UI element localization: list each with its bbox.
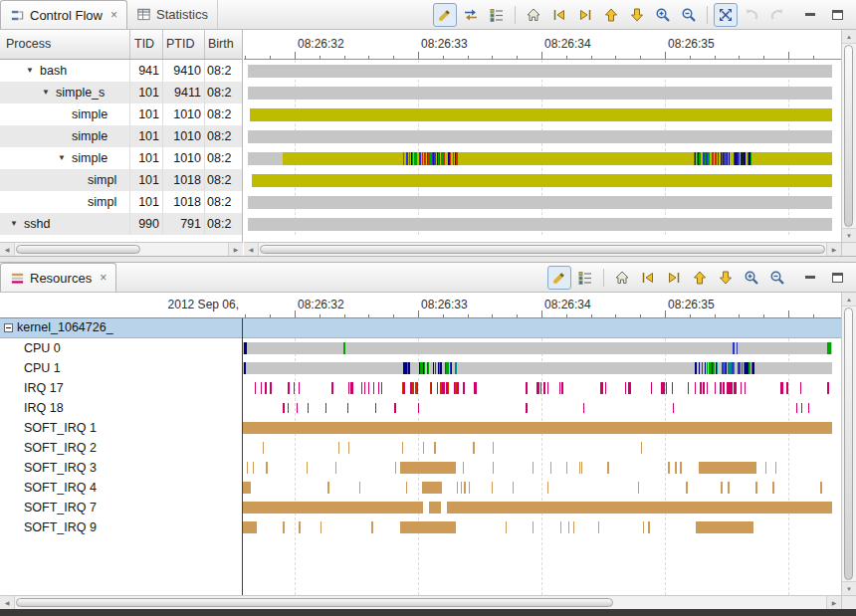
home-icon[interactable]	[522, 3, 545, 27]
process-timeline-row[interactable]	[244, 213, 841, 235]
vertical-scrollbar[interactable]: ▲ ▼	[841, 293, 856, 595]
time-axis[interactable]: 08:26:3208:26:3308:26:3408:26:35	[244, 30, 841, 60]
process-timeline-row[interactable]	[244, 125, 841, 147]
time-label: 08:26:32	[298, 37, 344, 51]
filter-icon[interactable]	[547, 266, 571, 290]
tree-expander-icon[interactable]: ▼	[10, 213, 18, 235]
chart-horizontal-scrollbar[interactable]: ◀ ▶	[244, 242, 841, 256]
column-header-birth[interactable]: Birth	[208, 37, 234, 51]
scroll-down-icon[interactable]: ▼	[842, 581, 856, 595]
collapse-expander-icon[interactable]	[4, 323, 13, 332]
zoom-in-icon[interactable]	[651, 3, 675, 27]
column-separator	[162, 125, 163, 147]
scroll-left-icon[interactable]: ◀	[0, 243, 15, 256]
process-name-cell: sshd	[24, 213, 127, 235]
process-timeline-row[interactable]	[244, 103, 841, 125]
event-tick	[409, 362, 410, 374]
process-row[interactable]: simple101101008:2	[0, 103, 243, 125]
process-timeline-row[interactable]	[244, 169, 841, 191]
process-row[interactable]: simple101101008:2	[0, 125, 243, 147]
tab-control-flow[interactable]: Control Flow ×	[0, 0, 127, 29]
scrollbar-thumb[interactable]	[844, 308, 853, 580]
next-state-icon[interactable]	[662, 266, 686, 290]
resource-row[interactable]: CPU 1	[0, 358, 841, 378]
maximize-view-button[interactable]	[828, 270, 846, 286]
process-timeline-row[interactable]	[244, 147, 841, 169]
event-tick	[749, 362, 750, 374]
resource-row[interactable]: IRQ 17	[0, 378, 841, 398]
zoom-in-icon[interactable]	[740, 266, 763, 290]
event-tick	[402, 442, 403, 454]
up-icon[interactable]	[599, 3, 623, 27]
scroll-left-icon[interactable]: ◀	[0, 596, 15, 609]
close-tab-icon[interactable]: ×	[100, 272, 107, 284]
process-ptid-cell: 1010	[165, 125, 201, 147]
tab-resources[interactable]: Resources ×	[0, 263, 116, 292]
home-icon[interactable]	[610, 266, 634, 290]
tree-expander-icon[interactable]: ▼	[58, 147, 66, 169]
scrollbar-thumb[interactable]	[16, 245, 140, 254]
table-horizontal-scrollbar[interactable]: ◀ ▶	[0, 242, 243, 256]
link-icon[interactable]	[714, 3, 738, 27]
event-tick	[308, 403, 309, 413]
time-axis[interactable]: 2012 Sep 06, 08:26:3208:26:3308:26:3408:…	[0, 293, 841, 318]
process-timeline-row[interactable]	[244, 191, 841, 213]
process-row[interactable]: ▼simple101101008:2	[0, 147, 243, 169]
exchange-icon[interactable]	[459, 3, 483, 27]
scroll-down-icon[interactable]: ▼	[842, 228, 856, 242]
trace-root-row[interactable]: kernel_1064726_	[0, 318, 841, 338]
maximize-view-button[interactable]	[828, 7, 846, 23]
resource-row[interactable]: IRQ 18	[0, 398, 841, 418]
process-row[interactable]: ▼bash941941008:2	[0, 60, 243, 82]
resource-row[interactable]: SOFT_IRQ 4	[0, 478, 841, 498]
filter-icon[interactable]	[433, 3, 457, 27]
event-tick	[562, 382, 563, 394]
column-header-process[interactable]: Process	[6, 37, 51, 51]
scroll-right-icon[interactable]: ▶	[228, 243, 243, 256]
scroll-right-icon[interactable]: ▶	[826, 243, 841, 256]
column-header-tid[interactable]: TID	[134, 37, 154, 51]
process-timeline-row[interactable]	[244, 82, 841, 103]
process-timeline-row[interactable]	[244, 60, 841, 82]
resource-row[interactable]: SOFT_IRQ 1	[0, 418, 841, 438]
resource-row[interactable]: CPU 0	[0, 338, 841, 358]
resource-row[interactable]: SOFT_IRQ 7	[0, 498, 841, 517]
next-state-icon[interactable]	[573, 3, 597, 27]
scrollbar-thumb[interactable]	[844, 45, 853, 227]
tree-expander-icon[interactable]: ▼	[26, 60, 34, 82]
prev-state-icon[interactable]	[636, 266, 660, 290]
legend-icon[interactable]	[573, 266, 597, 290]
column-separator	[204, 169, 205, 191]
state-bar	[243, 422, 832, 434]
scroll-up-icon[interactable]: ▲	[842, 30, 856, 44]
vertical-scrollbar[interactable]: ▲ ▼	[841, 30, 856, 242]
close-tab-icon[interactable]: ×	[110, 9, 117, 21]
minimize-view-button[interactable]	[801, 270, 819, 286]
tree-expander-icon[interactable]: ▼	[42, 82, 50, 103]
trace-viewer-window: Control Flow × Statistics Process TID	[0, 0, 856, 616]
process-row[interactable]: simpl101101808:2	[0, 169, 243, 191]
process-row[interactable]: simpl101101808:2	[0, 191, 243, 213]
process-row[interactable]: ▼sshd99079108:2	[0, 213, 243, 235]
zoom-out-icon[interactable]	[677, 3, 701, 27]
scroll-up-icon[interactable]: ▲	[842, 293, 856, 307]
axis-tick	[418, 310, 419, 317]
zoom-out-icon[interactable]	[765, 266, 789, 290]
tab-statistics[interactable]: Statistics	[127, 0, 218, 29]
resource-row[interactable]: SOFT_IRQ 2	[0, 438, 841, 458]
scroll-right-icon[interactable]: ▶	[826, 596, 841, 609]
column-header-ptid[interactable]: PTID	[166, 37, 194, 51]
up-icon[interactable]	[688, 266, 712, 290]
scrollbar-thumb[interactable]	[16, 598, 613, 607]
process-row[interactable]: ▼simple_s101941108:2	[0, 82, 243, 103]
down-icon[interactable]	[625, 3, 649, 27]
scroll-left-icon[interactable]: ◀	[244, 243, 259, 256]
scrollbar-thumb[interactable]	[260, 245, 825, 254]
resource-row[interactable]: SOFT_IRQ 9	[0, 517, 841, 537]
prev-state-icon[interactable]	[547, 3, 571, 27]
resource-row[interactable]: SOFT_IRQ 3	[0, 458, 841, 478]
down-icon[interactable]	[714, 266, 738, 290]
resources-horizontal-scrollbar[interactable]: ◀ ▶	[0, 595, 841, 609]
legend-icon[interactable]	[485, 3, 509, 27]
minimize-view-button[interactable]	[801, 7, 819, 23]
